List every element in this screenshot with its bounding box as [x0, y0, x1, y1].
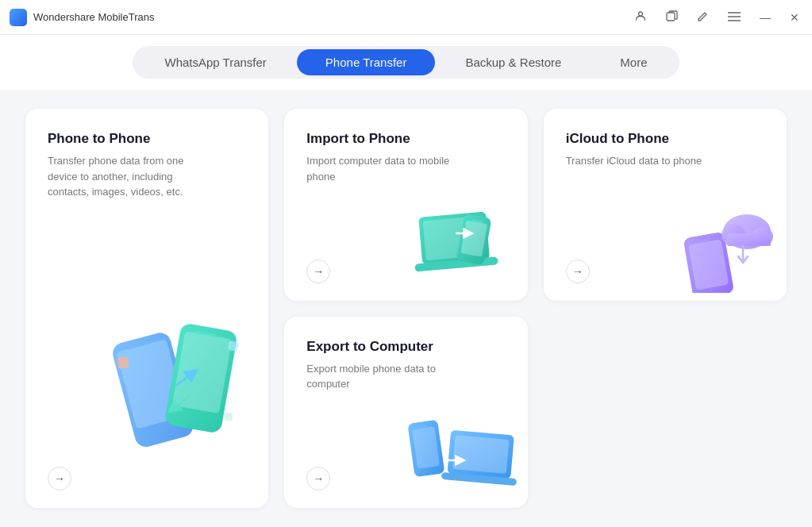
card-import-title: Import to Phone — [306, 131, 505, 147]
tab-more[interactable]: More — [591, 49, 675, 75]
tab-phone-transfer[interactable]: Phone Transfer — [297, 49, 436, 75]
close-icon[interactable]: ✕ — [787, 10, 802, 25]
menu-icon[interactable] — [725, 10, 744, 25]
main-content: Phone to Phone Transfer phone data from … — [0, 90, 812, 527]
titlebar: Wondershare MobileTrans — ✕ — [0, 0, 812, 35]
account-icon[interactable] — [631, 8, 650, 26]
card-import-desc: Import computer data to mobile phone — [306, 153, 465, 184]
tab-backup-restore[interactable]: Backup & Restore — [437, 49, 590, 75]
card-phone-to-phone-arrow[interactable]: → — [48, 467, 71, 490]
app-logo — [10, 9, 27, 26]
svg-rect-26 — [727, 233, 771, 246]
card-icloud-arrow[interactable]: → — [566, 260, 590, 283]
window-restore-icon[interactable] — [663, 9, 681, 26]
card-icloud-to-phone[interactable]: iCloud to Phone Transfer iCloud data to … — [544, 109, 787, 301]
card-phone-to-phone-title: Phone to Phone — [48, 131, 246, 147]
card-import-arrow[interactable]: → — [306, 260, 330, 283]
svg-rect-1 — [667, 13, 675, 21]
card-export-title: Export to Computer — [306, 339, 505, 355]
app-title: Wondershare MobileTrans — [33, 11, 631, 23]
svg-rect-11 — [117, 356, 129, 369]
card-phone-to-phone[interactable]: Phone to Phone Transfer phone data from … — [25, 109, 268, 508]
nav-tabs: WhatsApp Transfer Phone Transfer Backup … — [133, 46, 679, 79]
cards-grid: Phone to Phone Transfer phone data from … — [25, 109, 787, 508]
card-icloud-desc: Transfer iCloud data to phone — [566, 153, 725, 169]
card-export-desc: Export mobile phone data to computer — [306, 361, 465, 392]
card-export-to-computer[interactable]: Export to Computer Export mobile phone d… — [284, 317, 527, 509]
card-phone-to-phone-desc: Transfer phone data from one device to a… — [48, 153, 206, 200]
edit-icon[interactable] — [694, 9, 712, 26]
tab-whatsapp-transfer[interactable]: WhatsApp Transfer — [136, 49, 294, 75]
window-controls: — ✕ — [631, 8, 802, 26]
card-import-to-phone[interactable]: Import to Phone Import computer data to … — [284, 109, 527, 301]
card-icloud-title: iCloud to Phone — [566, 131, 764, 147]
svg-rect-13 — [225, 413, 233, 421]
card-export-arrow[interactable]: → — [306, 467, 330, 490]
minimize-icon[interactable]: — — [756, 10, 774, 25]
svg-point-0 — [639, 12, 643, 16]
nav-bar: WhatsApp Transfer Phone Transfer Backup … — [0, 35, 812, 90]
svg-rect-32 — [452, 435, 509, 474]
